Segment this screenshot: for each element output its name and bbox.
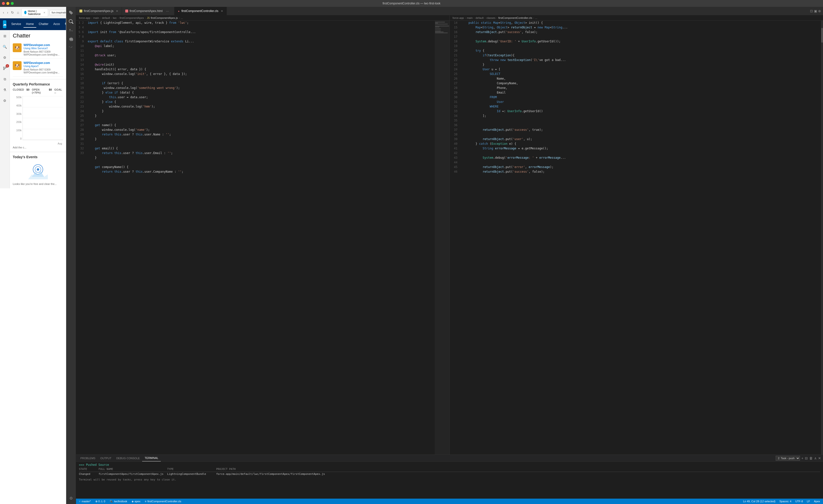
minimize-button[interactable] bbox=[6, 2, 9, 5]
maximize-button[interactable] bbox=[11, 2, 14, 5]
js-file-icon bbox=[79, 10, 83, 12]
events-text: Looks like you're free and clear the... bbox=[13, 183, 63, 185]
right-code-content[interactable]: public static Map<String, Object> init()… bbox=[460, 21, 821, 455]
vscode-panel: ⚙ firstComponentApex.js ✕ firstComponent… bbox=[66, 7, 823, 504]
errors-text: ⊗ 0 ⚠ 0 bbox=[95, 500, 105, 503]
tab-cls-close[interactable]: ✕ bbox=[221, 10, 223, 13]
tab-js-close[interactable]: ✕ bbox=[116, 10, 118, 13]
left-code-content[interactable]: import { LightningElement, api, wire, tr… bbox=[86, 21, 435, 455]
home-button[interactable]: ⌂ bbox=[16, 10, 20, 15]
tab-more-btn[interactable]: ··· bbox=[164, 9, 171, 13]
refresh-button[interactable]: ↻ bbox=[10, 10, 15, 15]
sf-nav-chatter[interactable]: Chatter bbox=[36, 21, 51, 28]
tab-html[interactable]: firstComponentApex.html ··· bbox=[122, 7, 174, 15]
close-button[interactable] bbox=[2, 2, 5, 5]
y-100k: 100k bbox=[16, 129, 22, 132]
right-scrollbar[interactable] bbox=[821, 21, 823, 455]
sf-nav-service[interactable]: Service bbox=[9, 21, 23, 28]
layout-icon[interactable]: ▣ bbox=[814, 9, 817, 13]
add-terminal-icon[interactable]: + bbox=[801, 456, 803, 460]
tab-terminal[interactable]: TERMINAL bbox=[142, 455, 161, 461]
tab-actions: ⊡ ▣ ⊗ bbox=[808, 7, 823, 15]
split-terminal-icon[interactable]: ⊟ bbox=[805, 456, 808, 460]
browser-tab[interactable]: Home | Salesforce ✕ bbox=[22, 8, 48, 17]
tab-output[interactable]: OUTPUT bbox=[98, 455, 114, 461]
left-code-area[interactable]: 1 2 3 4 5 6 7 8 9 10 11 12 13 14 15 16 1… bbox=[76, 21, 450, 455]
browser-bar: ‹ › ↻ ⌂ Home | Salesforce ✕ bbox=[0, 7, 66, 18]
setup-icon[interactable]: ⚙ bbox=[1, 54, 8, 61]
tab-cls[interactable]: ● firstComponentController.cls ✕ bbox=[174, 7, 227, 15]
line-ending-status[interactable]: LF bbox=[806, 500, 811, 503]
col-fullname: FULL NAME bbox=[99, 468, 167, 471]
search-sidebar-icon[interactable]: 🔍 bbox=[1, 43, 8, 50]
search-activity-icon[interactable] bbox=[67, 18, 75, 25]
chart-yaxis: 500k 400k 300k 200k 100k 0 bbox=[13, 96, 23, 140]
extensions-icon[interactable] bbox=[67, 44, 75, 52]
kill-terminal-icon[interactable]: 🗑 bbox=[809, 456, 813, 460]
filename-status[interactable]: ≡ firstComponentController.cls bbox=[144, 500, 182, 503]
chatter-item-2-title[interactable]: WIPDeveloper.com bbox=[23, 61, 63, 65]
y-300k: 300k bbox=[16, 113, 22, 115]
spaces-status[interactable]: Spaces: 4 bbox=[778, 500, 792, 503]
source-control-icon[interactable] bbox=[67, 26, 75, 34]
chatter-item-2-sub: Using Apex!! bbox=[23, 65, 63, 68]
status-bar: ⑂ master* ⊗ 0 ⚠ 0 🔌 lwcfirstlook ◈ apex bbox=[76, 499, 823, 504]
row-path: force-app/main/default/lwc/firstComponen… bbox=[216, 472, 820, 476]
open-value: $0 bbox=[49, 88, 52, 94]
tab-close-icon[interactable]: ✕ bbox=[43, 11, 45, 14]
apex-status[interactable]: ◈ apex bbox=[131, 500, 141, 503]
task-select[interactable]: 2: Task - push bbox=[776, 456, 800, 461]
apex-icon: ◈ bbox=[132, 500, 134, 503]
git-branch-status[interactable]: ⑂ master* bbox=[78, 500, 92, 503]
sf-header: ☁ Service Home Chatter Acco 🔍 bbox=[0, 18, 66, 30]
tab-problems[interactable]: PROBLEMS bbox=[78, 455, 98, 461]
settings-activity-icon[interactable]: ⚙ bbox=[67, 494, 75, 502]
row-state: Changed bbox=[79, 472, 99, 476]
chatter-item-2-meta: Brett Nelson 867-5309 WIPDeveloper.com b… bbox=[23, 68, 63, 74]
chatter-section: Chatter 🐶 WIPDeveloper.com Using Wire Se… bbox=[10, 30, 66, 79]
sf-main-content: Chatter 🐶 WIPDeveloper.com Using Wire Se… bbox=[10, 30, 66, 188]
salesforce-panel: ‹ › ↻ ⌂ Home | Salesforce ✕ ☁ Service Ho… bbox=[0, 7, 66, 504]
split-editor-icon[interactable]: ⊡ bbox=[810, 9, 813, 13]
tab-debug-console[interactable]: DEBUG CONSOLE bbox=[114, 455, 142, 461]
file-icon: ≡ bbox=[145, 500, 146, 503]
language-status[interactable]: Apex bbox=[813, 500, 821, 503]
encoding-status[interactable]: UTF-8 bbox=[794, 500, 804, 503]
chatter-title: Chatter bbox=[13, 33, 63, 39]
events-illustration bbox=[13, 161, 63, 181]
git-branches-icon[interactable]: 2 bbox=[1, 65, 8, 72]
sf-sidebar-layout: ⊞ 🔍 ⚙ 2 ⧉ ⚗ ⚙ bbox=[0, 30, 66, 188]
chatter-item-1: 🐶 WIPDeveloper.com Using Wire Service!! … bbox=[13, 41, 63, 59]
sf-nav-acco[interactable]: Acco bbox=[51, 21, 62, 28]
error-warning-status[interactable]: ⊗ 0 ⚠ 0 bbox=[95, 500, 106, 503]
lab-icon[interactable]: ⚗ bbox=[1, 86, 8, 93]
tab-title: Home | Salesforce bbox=[28, 10, 42, 15]
add-chart-text[interactable]: Add the c... bbox=[13, 146, 63, 149]
right-code-area[interactable]: 14 15 16 17 18 19 20 21 22 23 24 25 26 2… bbox=[450, 21, 823, 455]
components-icon[interactable]: ⧉ bbox=[1, 76, 8, 82]
apps-icon[interactable]: ⊞ bbox=[1, 33, 8, 39]
branch-name: master* bbox=[81, 500, 91, 503]
close-all-icon[interactable]: ⊗ bbox=[818, 9, 821, 13]
explorer-icon[interactable] bbox=[67, 9, 75, 17]
terminal-panel: PROBLEMS OUTPUT DEBUG CONSOLE TERMINAL 2… bbox=[76, 455, 823, 499]
forward-button[interactable]: › bbox=[6, 10, 9, 15]
quarterly-title: Quarterly Performance bbox=[13, 82, 63, 86]
url-bar[interactable] bbox=[49, 10, 66, 15]
svg-marker-8 bbox=[28, 173, 48, 179]
collapse-terminal-icon[interactable]: ∧ bbox=[814, 456, 817, 460]
tab-js[interactable]: firstComponentApex.js ✕ bbox=[76, 7, 122, 15]
lwcfirstlook-status[interactable]: 🔌 lwcfirstlook bbox=[109, 500, 128, 503]
open-label: OPEN (>70%) bbox=[32, 88, 46, 94]
debug-icon[interactable] bbox=[67, 35, 75, 43]
pushed-source-text: === Pushed Source bbox=[79, 463, 109, 467]
chatter-item-1-sub: Using Wire Service!! bbox=[23, 47, 63, 50]
back-button[interactable]: ‹ bbox=[2, 10, 5, 15]
close-terminal-icon[interactable]: ✕ bbox=[818, 456, 821, 460]
cursor-position-status[interactable]: Ln 49, Col 28 (12 selected) bbox=[742, 500, 777, 503]
chatter-item-1-title[interactable]: WIPDeveloper.com bbox=[23, 43, 63, 47]
settings-icon[interactable]: ⚙ bbox=[1, 97, 8, 104]
sf-nav-home[interactable]: Home bbox=[23, 21, 36, 28]
lwcfirstlook-icon: 🔌 bbox=[110, 500, 113, 503]
terminal-content[interactable]: === Pushed Source STATE FULL NAME TYPE P… bbox=[76, 462, 823, 499]
